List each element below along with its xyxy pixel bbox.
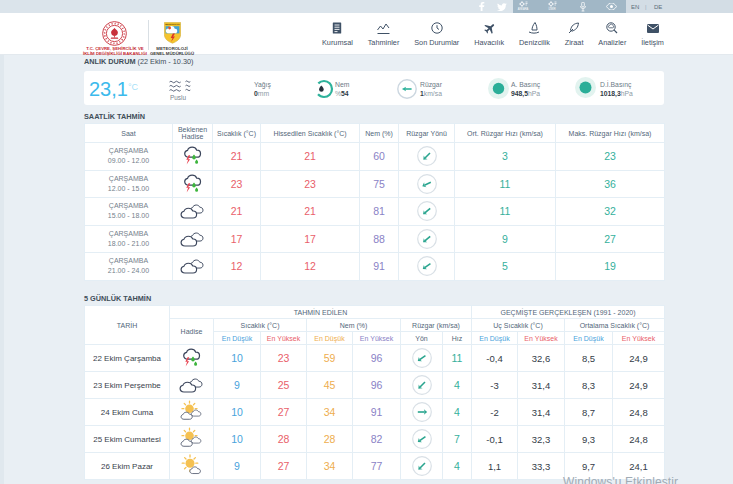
svg-text:METEOROLOJİ: METEOROLOJİ <box>165 23 180 25</box>
